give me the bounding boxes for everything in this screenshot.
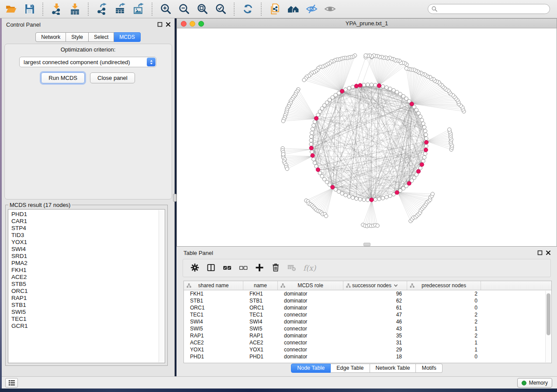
network-node[interactable] [420, 118, 424, 122]
mcds-hub-node[interactable] [311, 154, 315, 158]
zoom-out-button[interactable] [176, 2, 191, 17]
network-node[interactable] [340, 192, 344, 195]
task-history-button[interactable] [5, 378, 18, 388]
cell-MCDS-role[interactable]: dominator [278, 318, 343, 325]
select-all-button[interactable] [220, 261, 235, 275]
result-scrollbar[interactable] [159, 210, 164, 362]
cell-predecessor-nodes[interactable]: 2 [407, 311, 481, 318]
mcds-hub-node[interactable] [424, 148, 428, 152]
network-node[interactable] [281, 152, 285, 156]
network-node[interactable] [417, 111, 420, 115]
network-node[interactable] [419, 115, 422, 118]
import-table-button[interactable] [67, 2, 82, 17]
cell-shared-name[interactable]: YOX1 [184, 346, 243, 353]
cell-name[interactable]: ORC1 [243, 304, 278, 311]
mcds-hub-node[interactable] [416, 169, 420, 173]
network-node[interactable] [324, 214, 328, 218]
list-item[interactable]: PMA2 [8, 260, 165, 267]
cell-predecessor-nodes[interactable]: 0 [407, 297, 481, 304]
export-network-button[interactable] [94, 2, 109, 17]
network-node[interactable] [312, 158, 315, 161]
network-node[interactable] [337, 190, 340, 193]
list-item[interactable]: ACE2 [8, 274, 165, 281]
table-row[interactable]: RAP1RAP1dominator352 [184, 332, 551, 339]
network-node[interactable] [425, 137, 428, 140]
mcds-hub-node[interactable] [410, 102, 414, 106]
cell-MCDS-role[interactable]: connector [278, 325, 343, 332]
window-zoom-button[interactable] [198, 21, 204, 27]
cell-successor-nodes[interactable]: 62 [343, 297, 407, 304]
close-table-panel-icon[interactable] [546, 250, 551, 255]
network-window-titlebar[interactable]: YPA_prune.txt_1 [177, 19, 557, 28]
list-item[interactable]: SRD1 [8, 253, 165, 260]
network-node[interactable] [388, 194, 392, 197]
cell-shared-name[interactable]: FKH1 [184, 290, 243, 297]
network-node[interactable] [310, 150, 314, 154]
mcds-hub-node[interactable] [314, 116, 318, 120]
list-item[interactable]: ORC1 [8, 288, 165, 295]
cell-successor-nodes[interactable]: 61 [343, 304, 407, 311]
memory-button[interactable]: Memory [517, 378, 552, 388]
list-item[interactable]: CAR1 [8, 218, 165, 225]
cell-name[interactable]: FKH1 [243, 290, 278, 297]
zoom-fit-button[interactable] [195, 2, 210, 17]
column-header-MCDS-role[interactable]: MCDS role [278, 281, 343, 290]
list-item[interactable]: STB1 [8, 302, 165, 309]
list-item[interactable]: YOX1 [8, 239, 165, 246]
network-node[interactable] [351, 85, 354, 89]
mcds-hub-node[interactable] [424, 140, 428, 144]
list-item[interactable]: TID3 [8, 232, 165, 239]
cell-name[interactable]: STB1 [243, 297, 278, 304]
table-row[interactable]: FKH1FKH1dominator962 [184, 290, 551, 297]
mcds-hub-node[interactable] [316, 168, 320, 172]
cell-MCDS-role[interactable]: dominator [278, 332, 343, 339]
network-node[interactable] [362, 83, 366, 86]
network-canvas[interactable] [177, 28, 557, 246]
search-input[interactable] [440, 6, 540, 12]
cell-MCDS-role[interactable]: connector [278, 339, 343, 346]
list-item[interactable]: STB5 [8, 281, 165, 288]
close-panel-icon[interactable] [166, 22, 171, 27]
cell-predecessor-nodes[interactable]: 2 [407, 290, 481, 297]
table-row[interactable]: ACE2ACE2connector311 [184, 339, 551, 346]
tab-network[interactable]: Network [35, 32, 66, 42]
cell-MCDS-role[interactable]: dominator [278, 353, 343, 360]
tab-network-table[interactable]: Network Table [370, 364, 416, 373]
list-item[interactable]: PHD1 [8, 211, 165, 218]
network-node[interactable] [422, 159, 425, 163]
save-button[interactable] [22, 2, 37, 17]
cell-name[interactable]: SWI5 [243, 325, 278, 332]
list-item[interactable]: SWI4 [8, 246, 165, 253]
cell-shared-name[interactable]: STB1 [184, 297, 243, 304]
add-button[interactable] [252, 261, 267, 275]
float-table-panel-icon[interactable] [537, 250, 543, 255]
clone-network-button[interactable] [267, 2, 282, 17]
column-header-name[interactable]: name [243, 281, 278, 290]
cell-predecessor-nodes[interactable]: 1 [407, 325, 481, 332]
close-panel-button[interactable]: Close panel [90, 72, 135, 83]
column-header-successor-nodes[interactable]: successor nodes [343, 281, 407, 290]
network-node[interactable] [355, 197, 358, 200]
mcds-hub-node[interactable] [354, 84, 358, 88]
cell-shared-name[interactable]: TEC1 [184, 311, 243, 318]
cell-successor-nodes[interactable]: 96 [343, 290, 407, 297]
zoom-selected-button[interactable] [213, 2, 228, 17]
network-node[interactable] [309, 142, 313, 146]
network-node[interactable] [318, 110, 322, 113]
network-node[interactable] [310, 131, 314, 134]
cell-name[interactable]: RAP1 [243, 332, 278, 339]
network-node[interactable] [381, 85, 384, 88]
cell-predecessor-nodes[interactable]: 1 [407, 346, 481, 353]
network-node[interactable] [388, 87, 392, 90]
network-node[interactable] [313, 161, 316, 165]
network-node[interactable] [344, 88, 347, 91]
cell-shared-name[interactable]: ACE2 [184, 339, 243, 346]
window-close-button[interactable] [181, 21, 187, 27]
settings-button[interactable] [187, 261, 202, 275]
mcds-hub-node[interactable] [358, 83, 362, 87]
network-node[interactable] [285, 167, 289, 171]
list-item[interactable]: FKH1 [8, 267, 165, 274]
network-node[interactable] [351, 196, 354, 199]
network-node[interactable] [422, 122, 425, 125]
cell-MCDS-role[interactable]: connector [278, 311, 343, 318]
